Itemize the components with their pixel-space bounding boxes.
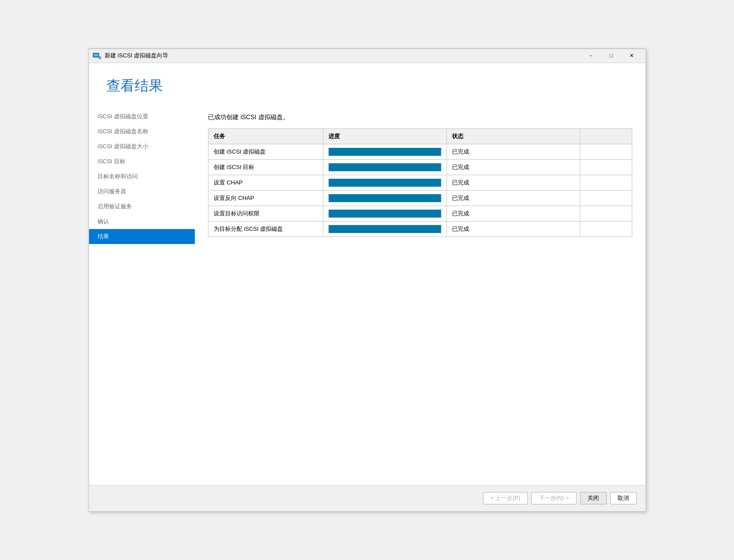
cancel-button[interactable]: 取消: [610, 492, 636, 504]
sidebar-item-access-name[interactable]: 目标名称和访问: [89, 169, 195, 184]
main-window: 新建 iSCSI 虚拟磁盘向导 － □ ✕ 查看结果 iSCSI 虚拟磁盘位置 …: [88, 49, 646, 512]
task-progress: [323, 175, 447, 190]
progress-bar-container: [328, 210, 441, 218]
task-name: 创建 iSCSI 目标: [208, 159, 323, 175]
col-header-progress: 进度: [323, 128, 447, 144]
col-header-extra: [580, 128, 632, 144]
next-button[interactable]: 下一步(N) >: [531, 492, 576, 504]
app-icon: [92, 52, 101, 59]
progress-bar-fill: [328, 225, 441, 233]
progress-bar-container: [328, 225, 441, 233]
main-body: iSCSI 虚拟磁盘位置 iSCSI 虚拟磁盘名称 iSCSI 虚拟磁盘大小 i…: [89, 105, 645, 485]
prev-button[interactable]: < 上一步(P): [483, 492, 528, 504]
task-progress: [323, 206, 447, 221]
task-status: 已完成: [447, 175, 580, 190]
titlebar-left: 新建 iSCSI 虚拟磁盘向导: [92, 52, 168, 60]
task-progress: [323, 221, 447, 237]
task-extra: [580, 206, 632, 221]
progress-bar-fill: [328, 210, 441, 218]
table-row: 创建 iSCSI 目标已完成: [208, 159, 632, 175]
progress-bar-container: [328, 194, 441, 202]
sidebar-item-auth[interactable]: 启用验证服务: [89, 199, 195, 214]
minimize-button[interactable]: －: [581, 49, 601, 63]
footer: < 上一步(P) 下一步(N) > 关闭 取消: [89, 485, 645, 511]
content-area: 查看结果 iSCSI 虚拟磁盘位置 iSCSI 虚拟磁盘名称 iSCSI 虚拟磁…: [89, 63, 645, 485]
table-row: 设置反向 CHAP已完成: [208, 190, 632, 206]
progress-bar-container: [328, 148, 441, 156]
main-content: 已成功创建 iSCSI 虚拟磁盘。 任务 进度 状态 创建 iSCSI 虚拟磁盘…: [195, 105, 645, 485]
close-button[interactable]: 关闭: [580, 492, 606, 504]
page-title: 查看结果: [106, 76, 628, 96]
task-extra: [580, 190, 632, 206]
task-name: 设置 CHAP: [208, 175, 323, 190]
titlebar: 新建 iSCSI 虚拟磁盘向导 － □ ✕: [89, 49, 645, 63]
task-status: 已完成: [447, 206, 580, 221]
page-header: 查看结果: [89, 63, 645, 105]
window-title: 新建 iSCSI 虚拟磁盘向导: [105, 52, 168, 60]
sidebar: iSCSI 虚拟磁盘位置 iSCSI 虚拟磁盘名称 iSCSI 虚拟磁盘大小 i…: [89, 105, 195, 485]
task-progress: [323, 159, 447, 175]
table-row: 为目标分配 iSCSI 虚拟磁盘已完成: [208, 221, 632, 237]
progress-bar-container: [328, 179, 441, 187]
task-status: 已完成: [447, 144, 580, 159]
progress-bar-fill: [328, 148, 441, 156]
progress-bar-fill: [328, 194, 441, 202]
col-header-task: 任务: [208, 128, 323, 144]
col-header-status: 状态: [447, 128, 580, 144]
task-extra: [580, 144, 632, 159]
svg-rect-1: [94, 54, 98, 56]
success-message: 已成功创建 iSCSI 虚拟磁盘。: [208, 113, 632, 121]
sidebar-item-access-server[interactable]: 访问服务器: [89, 184, 195, 199]
svg-point-3: [99, 57, 101, 59]
progress-bar-fill: [328, 179, 441, 187]
table-row: 设置 CHAP已完成: [208, 175, 632, 190]
sidebar-item-result[interactable]: 结果: [89, 229, 195, 244]
task-progress: [323, 144, 447, 159]
task-status: 已完成: [447, 190, 580, 206]
task-name: 设置反向 CHAP: [208, 190, 323, 206]
task-extra: [580, 221, 632, 237]
progress-bar-fill: [328, 163, 441, 171]
task-status: 已完成: [447, 221, 580, 237]
task-progress: [323, 190, 447, 206]
window-close-button[interactable]: ✕: [621, 49, 642, 63]
task-status: 已完成: [447, 159, 580, 175]
task-name: 创建 iSCSI 虚拟磁盘: [208, 144, 323, 159]
sidebar-item-target[interactable]: iSCSI 目标: [89, 154, 195, 169]
task-extra: [580, 175, 632, 190]
sidebar-item-location[interactable]: iSCSI 虚拟磁盘位置: [89, 109, 195, 124]
sidebar-item-confirm[interactable]: 确认: [89, 214, 195, 229]
task-table: 任务 进度 状态 创建 iSCSI 虚拟磁盘已完成创建 iSCSI 目标已完成设…: [208, 128, 632, 237]
maximize-button[interactable]: □: [601, 49, 621, 63]
table-row: 创建 iSCSI 虚拟磁盘已完成: [208, 144, 632, 159]
sidebar-item-name[interactable]: iSCSI 虚拟磁盘名称: [89, 124, 195, 139]
window-controls: － □ ✕: [581, 49, 642, 63]
task-name: 为目标分配 iSCSI 虚拟磁盘: [208, 221, 323, 237]
sidebar-item-size[interactable]: iSCSI 虚拟磁盘大小: [89, 139, 195, 154]
task-extra: [580, 159, 632, 175]
progress-bar-container: [328, 163, 441, 171]
table-row: 设置目标访问权限已完成: [208, 206, 632, 221]
task-name: 设置目标访问权限: [208, 206, 323, 221]
